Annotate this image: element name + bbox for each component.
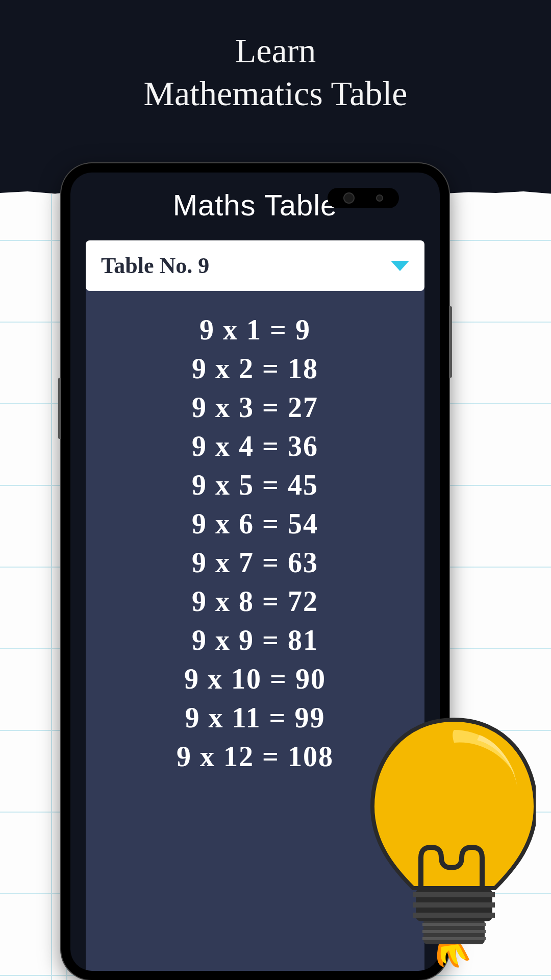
lightbulb-rocket-icon: [362, 715, 536, 970]
table-row: 9 x 4 = 36: [192, 430, 318, 462]
hero-line-2: Mathematics Table: [0, 74, 551, 114]
table-row: 9 x 6 = 54: [192, 507, 318, 540]
svg-rect-3: [422, 937, 486, 940]
hero-heading: Learn Mathematics Table: [0, 0, 551, 134]
table-row: 9 x 10 = 90: [184, 663, 326, 695]
svg-rect-2: [422, 930, 486, 933]
svg-rect-5: [413, 892, 495, 897]
table-row: 9 x 8 = 72: [192, 585, 318, 618]
camera-cutout: [328, 188, 399, 208]
phone-volume-button: [58, 378, 61, 439]
table-row: 9 x 9 = 81: [192, 624, 318, 656]
table-row: 9 x 12 = 108: [177, 740, 334, 773]
table-row: 9 x 1 = 9: [199, 313, 311, 346]
front-camera-icon: [343, 192, 355, 204]
svg-rect-6: [413, 902, 495, 908]
table-row: 9 x 2 = 18: [192, 352, 318, 385]
svg-rect-1: [422, 923, 486, 926]
table-row: 9 x 5 = 45: [192, 469, 318, 501]
table-selector-label: Table No. 9: [101, 253, 209, 279]
multiplication-table-list: 9 x 1 = 9 9 x 2 = 18 9 x 3 = 27 9 x 4 = …: [86, 308, 424, 773]
table-selector[interactable]: Table No. 9: [86, 240, 424, 291]
table-row: 9 x 11 = 99: [185, 701, 325, 734]
table-row: 9 x 3 = 27: [192, 391, 318, 424]
phone-power-button: [449, 306, 452, 378]
hero-line-1: Learn: [0, 31, 551, 71]
svg-rect-7: [413, 913, 495, 918]
chevron-down-icon: [391, 261, 409, 271]
sensor-icon: [376, 194, 383, 202]
table-row: 9 x 7 = 63: [192, 546, 318, 579]
